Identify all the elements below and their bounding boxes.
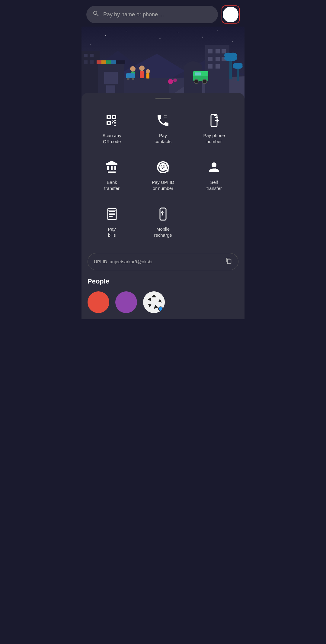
bills-icon	[104, 206, 120, 222]
svg-marker-71	[154, 305, 158, 309]
svg-point-48	[203, 79, 207, 84]
svg-point-68	[143, 291, 165, 313]
upi-id-text: UPI ID: arijeetsarkar9@oksbi	[94, 259, 152, 264]
svg-rect-28	[208, 49, 213, 53]
svg-rect-35	[216, 64, 220, 69]
svg-point-43	[232, 62, 243, 70]
svg-rect-14	[82, 51, 100, 99]
svg-marker-72	[148, 304, 152, 307]
svg-point-56	[146, 69, 150, 73]
people-section-title: People	[88, 277, 238, 285]
bank-icon	[104, 159, 120, 175]
self-transfer-icon	[206, 159, 222, 175]
svg-rect-55	[140, 71, 144, 78]
svg-rect-31	[208, 57, 213, 61]
pay-bills-label: Paybills	[108, 226, 116, 238]
svg-rect-17	[84, 60, 88, 64]
night-sky-background	[82, 27, 245, 99]
svg-rect-65	[109, 216, 113, 217]
self-transfer-label: Selftransfer	[206, 179, 222, 191]
svg-rect-57	[146, 73, 149, 78]
svg-rect-34	[208, 64, 213, 69]
svg-rect-25	[104, 72, 118, 84]
svg-rect-30	[222, 49, 226, 53]
qr-code-icon	[104, 113, 120, 128]
panel-handle	[155, 98, 171, 99]
person-avatar-2[interactable]	[115, 291, 137, 313]
self-transfer-button[interactable]: Selftransfer	[190, 153, 238, 197]
actions-row-1: Scan anyQR code Paycontacts	[82, 107, 245, 153]
pay-upi-label: Pay UPI IDor number	[152, 179, 174, 191]
actions-row-2: Banktransfer @ Pay UPI IDor number	[82, 153, 245, 200]
mobile-recharge-label: Mobilerecharge	[154, 226, 172, 238]
svg-rect-46	[195, 72, 201, 75]
svg-point-54	[139, 66, 145, 71]
people-avatars-row	[88, 291, 238, 313]
person-avatar-1[interactable]	[88, 291, 109, 313]
bank-transfer-button[interactable]: Banktransfer	[88, 153, 136, 197]
actions-row-3: Paybills Mobilerecharge	[82, 200, 245, 250]
pay-phone-label: Pay phonenumber	[203, 133, 225, 144]
pay-phone-number-button[interactable]: Pay phonenumber	[190, 107, 238, 150]
svg-rect-32	[216, 57, 220, 61]
mobile-recharge-button[interactable]: Mobilerecharge	[139, 200, 187, 244]
svg-rect-21	[97, 60, 101, 64]
svg-rect-63	[109, 211, 115, 212]
upi-icon: @	[155, 159, 171, 175]
svg-marker-73	[148, 297, 151, 301]
svg-rect-22	[101, 60, 106, 64]
svg-point-52	[127, 78, 129, 80]
svg-point-58	[168, 79, 173, 84]
contacts-icon	[155, 113, 171, 128]
search-icon	[92, 10, 100, 19]
avatar	[223, 7, 238, 22]
pay-bills-button[interactable]: Paybills	[88, 200, 136, 244]
svg-marker-70	[158, 299, 162, 303]
svg-rect-16	[90, 54, 94, 57]
people-section: People	[82, 277, 245, 319]
hero-illustration	[82, 27, 245, 99]
pay-contacts-button[interactable]: Paycontacts	[139, 107, 187, 150]
copy-icon[interactable]	[225, 258, 232, 266]
svg-rect-23	[106, 60, 111, 64]
svg-rect-51	[126, 73, 135, 78]
header: Pay by name or phone ...	[82, 0, 245, 27]
phone-number-icon	[206, 113, 222, 128]
search-input-placeholder: Pay by name or phone ...	[103, 11, 164, 18]
svg-point-59	[173, 78, 177, 82]
user-avatar-container[interactable]	[222, 5, 240, 24]
bank-transfer-label: Banktransfer	[104, 179, 120, 191]
svg-point-47	[194, 79, 198, 84]
online-indicator	[158, 306, 163, 311]
buildings-svg	[82, 27, 245, 99]
main-panel: Scan anyQR code Paycontacts	[82, 93, 245, 319]
scan-qr-button[interactable]: Scan anyQR code	[88, 107, 136, 150]
scan-qr-label: Scan anyQR code	[102, 133, 121, 144]
person-avatar-3[interactable]	[143, 291, 165, 313]
pay-upi-button[interactable]: @ Pay UPI IDor number	[139, 153, 187, 197]
svg-rect-24	[111, 60, 116, 64]
svg-rect-29	[216, 49, 220, 53]
svg-rect-64	[109, 213, 115, 215]
svg-rect-15	[84, 54, 88, 57]
pay-contacts-label: Paycontacts	[155, 133, 171, 144]
mobile-recharge-icon	[155, 206, 171, 222]
svg-rect-18	[90, 60, 94, 64]
upi-id-bar[interactable]: UPI ID: arijeetsarkar9@oksbi	[88, 253, 238, 270]
svg-point-40	[225, 54, 236, 60]
svg-marker-69	[152, 294, 156, 297]
svg-point-49	[130, 66, 136, 72]
search-bar[interactable]: Pay by name or phone ...	[86, 6, 218, 23]
svg-point-53	[132, 78, 134, 80]
